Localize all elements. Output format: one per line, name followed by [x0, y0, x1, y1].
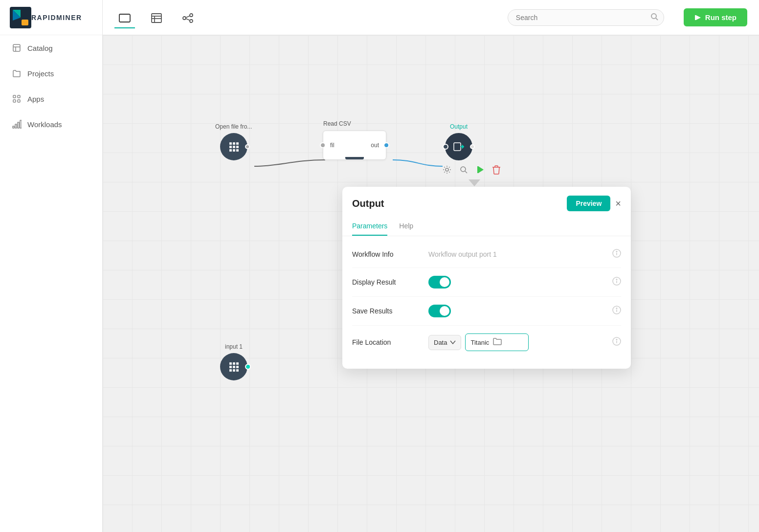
svg-rect-43 [477, 166, 479, 173]
svg-rect-44 [229, 362, 232, 365]
node-input1[interactable]: input 1 [220, 343, 247, 380]
save-results-label: Save Results [352, 307, 421, 315]
svg-rect-50 [229, 369, 232, 372]
node-open-file-circle[interactable] [220, 133, 247, 160]
svg-rect-13 [18, 122, 19, 128]
svg-rect-8 [18, 95, 20, 98]
connector-lines [103, 35, 249, 109]
save-results-toggle-wrap [428, 305, 604, 317]
sidebar-item-catalog[interactable]: Catalog [0, 35, 102, 61]
node-open-file[interactable]: Open file fro... [215, 123, 252, 160]
sidebar-item-apps-label: Apps [27, 95, 44, 103]
apps-icon [12, 94, 22, 104]
svg-point-40 [461, 167, 466, 172]
param-row-file-location: File Location Data Titanic [352, 326, 621, 359]
svg-rect-49 [236, 366, 239, 368]
node-output-port-in[interactable] [443, 144, 448, 150]
panel-body: Workflow Info Workflow output port 1 Dis… [342, 236, 631, 369]
data-tab-icon [151, 13, 162, 23]
sidebar-item-workloads-label: Workloads [27, 120, 62, 129]
save-results-info-icon[interactable] [612, 306, 621, 316]
tab-data[interactable] [147, 9, 166, 28]
search-action-icon[interactable] [459, 165, 469, 177]
catalog-icon [12, 43, 22, 53]
workflow-info-icon[interactable] [612, 249, 621, 260]
panel-header: Output Preview × [342, 187, 631, 218]
data-dropdown[interactable]: Data [428, 335, 461, 350]
svg-rect-52 [236, 369, 239, 372]
svg-point-20 [183, 17, 186, 20]
svg-point-22 [190, 20, 193, 22]
svg-rect-12 [15, 124, 17, 128]
svg-marker-42 [478, 166, 484, 173]
svg-rect-15 [119, 14, 130, 22]
svg-rect-34 [236, 146, 239, 148]
tab-workflow[interactable] [178, 9, 198, 28]
workflow-info-label: Workflow Info [352, 250, 421, 258]
close-panel-button[interactable]: × [615, 199, 621, 208]
topbar: Run step [103, 0, 759, 35]
action-icons-row [442, 165, 501, 177]
svg-rect-48 [233, 366, 235, 368]
node-read-csv-box[interactable]: Read CSV fil out [323, 131, 386, 160]
svg-rect-11 [13, 126, 14, 128]
sidebar-item-projects[interactable]: Projects [0, 61, 102, 86]
search-icon [650, 13, 658, 22]
svg-marker-27 [696, 15, 701, 20]
svg-rect-51 [233, 369, 235, 372]
svg-rect-16 [152, 14, 161, 22]
svg-rect-14 [20, 120, 22, 128]
settings-action-icon[interactable] [442, 165, 452, 177]
panel-arrow-indicator [469, 179, 480, 186]
sidebar-item-apps[interactable]: Apps [0, 86, 102, 111]
panel-tabs: Parameters Help [342, 218, 631, 236]
node-read-csv-port-out[interactable] [383, 142, 389, 148]
svg-line-23 [186, 16, 190, 18]
node-read-csv-bar [345, 157, 364, 159]
svg-rect-28 [695, 15, 696, 20]
node-open-file-port-out[interactable] [245, 144, 250, 149]
svg-rect-9 [13, 100, 16, 102]
svg-rect-33 [233, 146, 235, 148]
display-result-toggle[interactable] [428, 276, 451, 288]
node-output-label: Output [450, 123, 468, 130]
svg-rect-37 [236, 149, 239, 152]
node-output-port-out[interactable] [470, 144, 475, 149]
delete-action-icon[interactable] [492, 165, 501, 177]
main-area: Run step Open file fro... [103, 0, 759, 532]
node-read-csv[interactable]: Read CSV fil out [323, 131, 386, 160]
node-output[interactable]: Output [445, 123, 472, 160]
node-read-csv-port-in[interactable] [320, 142, 326, 148]
param-row-display-result: Display Result [352, 268, 621, 297]
preview-button[interactable]: Preview [567, 196, 610, 211]
run-step-button[interactable]: Run step [684, 8, 747, 26]
node-read-csv-label: Read CSV [323, 120, 351, 127]
svg-line-24 [186, 19, 190, 21]
svg-line-26 [656, 18, 658, 20]
svg-point-55 [616, 251, 617, 252]
sidebar-item-catalog-label: Catalog [27, 44, 53, 52]
node-output-circle[interactable] [445, 133, 472, 160]
file-location-info-icon[interactable] [612, 337, 621, 348]
titanic-input[interactable]: Titanic [465, 333, 529, 351]
sidebar: RAPIDMINER Catalog Projects Apps [0, 0, 103, 532]
tab-canvas[interactable] [114, 9, 135, 28]
tab-parameters[interactable]: Parameters [352, 218, 387, 236]
svg-point-61 [616, 308, 617, 309]
save-results-toggle[interactable] [428, 305, 451, 317]
tab-help[interactable]: Help [399, 218, 413, 236]
workflow-info-value: Workflow output port 1 [428, 250, 604, 258]
node-input1-port-out[interactable] [245, 364, 251, 370]
input1-icon [228, 361, 240, 373]
sidebar-item-workloads[interactable]: Workloads [0, 111, 102, 137]
param-row-save-results: Save Results [352, 297, 621, 326]
svg-point-58 [616, 279, 617, 280]
display-result-info-icon[interactable] [612, 277, 621, 288]
run-action-icon[interactable] [475, 165, 485, 177]
svg-rect-35 [229, 149, 232, 152]
rapidminer-logo-icon [10, 7, 31, 28]
panel-header-actions: Preview × [567, 196, 621, 211]
search-input[interactable] [508, 9, 664, 26]
node-input1-circle[interactable] [220, 353, 247, 380]
canvas-area[interactable]: Open file fro... Read CSV [103, 35, 759, 532]
